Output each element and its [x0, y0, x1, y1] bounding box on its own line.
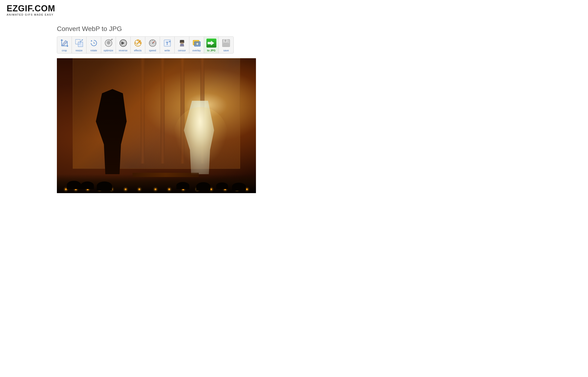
tool-tojpg-label: to JPG: [207, 49, 215, 52]
svg-rect-9: [111, 39, 112, 40]
rotate-icon: [89, 38, 99, 48]
logo-sub: ANIMATED GIFS MADE EASY: [7, 13, 581, 16]
tool-speed-label: speed: [149, 49, 156, 52]
tojpg-icon: [206, 38, 216, 48]
tool-reverse-label: reverse: [119, 49, 127, 52]
svg-rect-46: [223, 43, 229, 46]
tool-censor[interactable]: censor: [175, 37, 189, 53]
reverse-icon: [118, 38, 128, 48]
tool-tojpg[interactable]: to JPG: [204, 37, 219, 53]
resize-icon: [74, 38, 84, 48]
censor-icon: [177, 38, 187, 48]
svg-rect-13: [121, 42, 122, 45]
svg-point-16: [140, 43, 141, 44]
write-icon: T: [162, 38, 172, 48]
svg-text:T: T: [166, 41, 168, 46]
page-title: Convert WebP to JPG: [57, 25, 588, 33]
svg-rect-36: [180, 41, 184, 43]
overlay-icon: [192, 38, 202, 48]
svg-line-20: [140, 40, 141, 40]
effects-icon: [133, 38, 143, 48]
main-content: Convert WebP to JPG crop: [0, 20, 588, 198]
tool-resize[interactable]: resize: [72, 37, 87, 53]
toolbar: crop resize rot: [57, 36, 234, 53]
tool-save-label: save: [223, 49, 229, 52]
svg-rect-3: [78, 42, 83, 47]
tool-save[interactable]: save: [219, 37, 233, 53]
tool-rotate[interactable]: rotate: [87, 37, 101, 53]
svg-point-18: [138, 40, 138, 41]
logo-main: EZGIF.COM: [7, 4, 581, 13]
image-display: [57, 58, 256, 193]
tool-speed[interactable]: speed: [145, 37, 160, 53]
svg-rect-37: [180, 40, 184, 41]
tool-overlay[interactable]: overlay: [189, 37, 204, 53]
tool-write-label: write: [164, 49, 170, 52]
svg-rect-45: [225, 40, 226, 41]
tool-optimize[interactable]: optimize: [101, 37, 116, 53]
svg-point-17: [135, 43, 136, 44]
header: EZGIF.COM ANIMATED GIFS MADE EASY: [0, 0, 588, 20]
tool-censor-label: censor: [178, 49, 186, 52]
tool-overlay-label: overlay: [192, 49, 201, 52]
tool-crop[interactable]: crop: [57, 37, 72, 53]
tool-rotate-label: rotate: [90, 49, 97, 52]
optimize-icon: [104, 38, 113, 48]
svg-point-15: [139, 41, 140, 42]
tool-optimize-label: optimize: [104, 49, 113, 52]
svg-marker-6: [90, 40, 92, 41]
tool-effects-label: effects: [134, 49, 141, 52]
save-icon: [221, 38, 231, 48]
crop-icon: [60, 38, 69, 48]
tool-write[interactable]: T write: [160, 37, 175, 53]
tool-effects[interactable]: effects: [131, 37, 145, 53]
tool-reverse[interactable]: reverse: [116, 37, 131, 53]
tool-resize-label: resize: [75, 49, 82, 52]
tool-crop-label: crop: [62, 49, 67, 52]
speed-icon: [148, 38, 158, 48]
svg-marker-42: [208, 41, 214, 46]
